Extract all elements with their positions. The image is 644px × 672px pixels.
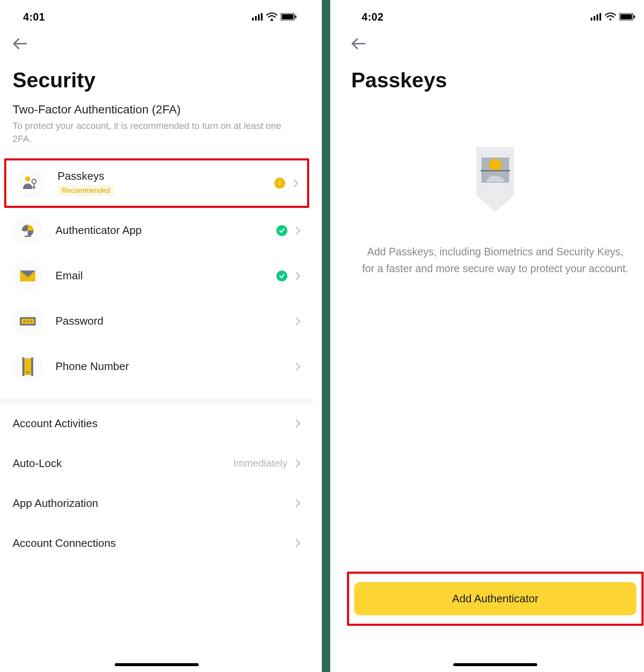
- item-label: Password: [55, 315, 295, 328]
- screens-separator: [322, 0, 330, 672]
- svg-rect-21: [31, 357, 33, 376]
- svg-rect-1: [255, 16, 257, 21]
- home-indicator[interactable]: [115, 663, 199, 666]
- phone-number-item[interactable]: Phone Number: [0, 344, 313, 389]
- item-label: App Authorization: [13, 497, 98, 510]
- home-indicator[interactable]: [453, 663, 537, 666]
- svg-point-27: [610, 18, 611, 20]
- security-screen: 4:01 Security Two-Factor Authentication …: [0, 0, 313, 672]
- status-bar: 4:02: [339, 0, 644, 29]
- svg-rect-20: [22, 357, 24, 376]
- passkeys-screen: 4:02 Passkeys Add Passkeys, including: [339, 0, 644, 672]
- chevron-right-icon: [293, 178, 299, 188]
- item-label: Auto-Lock: [13, 457, 62, 470]
- status-time: 4:01: [23, 11, 45, 23]
- chevron-right-icon: [295, 499, 301, 508]
- svg-rect-2: [258, 14, 260, 21]
- cellular-icon: [591, 13, 602, 21]
- email-item[interactable]: Email: [0, 253, 313, 299]
- empty-state: Add Passkeys, including Biometrics and S…: [339, 103, 644, 277]
- phone-icon: [13, 352, 43, 382]
- svg-rect-11: [279, 184, 280, 185]
- checkmark-icon: [276, 225, 287, 236]
- svg-point-16: [24, 320, 25, 322]
- back-button[interactable]: [339, 29, 644, 53]
- chevron-right-icon: [295, 538, 301, 548]
- svg-rect-12: [24, 236, 31, 237]
- item-value: Immediately: [233, 457, 287, 469]
- status-time: 4:02: [362, 11, 384, 23]
- chevron-right-icon: [295, 271, 301, 281]
- svg-rect-26: [599, 13, 601, 21]
- passkeys-icon: [15, 168, 45, 198]
- item-label: Phone Number: [55, 360, 295, 373]
- svg-point-8: [25, 176, 30, 181]
- empty-illustration: [464, 145, 527, 218]
- item-label: Authenticator App: [55, 224, 276, 237]
- warning-icon: [274, 178, 285, 189]
- svg-point-9: [32, 179, 36, 184]
- arrow-left-icon: [351, 38, 365, 50]
- page-title: Passkeys: [339, 53, 644, 103]
- svg-point-36: [481, 189, 483, 190]
- svg-rect-30: [634, 16, 635, 18]
- item-label: Email: [55, 269, 276, 282]
- svg-rect-33: [481, 170, 510, 171]
- passkeys-item[interactable]: Passkeys Recommended: [4, 158, 309, 208]
- tfa-heading: Two-Factor Authentication (2FA): [0, 103, 313, 120]
- svg-rect-7: [295, 16, 297, 18]
- svg-rect-23: [591, 18, 592, 21]
- battery-icon: [281, 13, 297, 21]
- item-label: Passkeys: [58, 170, 274, 183]
- back-button[interactable]: [0, 29, 313, 53]
- svg-point-4: [271, 18, 273, 20]
- svg-rect-24: [594, 16, 595, 21]
- cellular-icon: [252, 13, 263, 21]
- svg-point-37: [508, 189, 510, 190]
- svg-rect-10: [279, 181, 280, 184]
- wifi-icon: [605, 13, 616, 21]
- tfa-subheading: To protect your account, it is recommend…: [0, 120, 313, 158]
- svg-rect-25: [597, 14, 598, 21]
- status-icons: [591, 13, 635, 21]
- authenticator-app-item[interactable]: Authenticator App: [0, 208, 313, 253]
- svg-point-32: [489, 159, 502, 171]
- svg-point-17: [27, 320, 29, 322]
- auto-lock-item[interactable]: Auto-Lock Immediately: [0, 444, 313, 483]
- svg-point-34: [481, 154, 483, 156]
- empty-text: Add Passkeys, including Biometrics and S…: [361, 243, 630, 277]
- status-icons: [252, 13, 297, 21]
- email-icon: [13, 261, 43, 291]
- svg-rect-3: [261, 13, 263, 21]
- password-item[interactable]: Password: [0, 299, 313, 344]
- svg-rect-29: [620, 14, 632, 20]
- chevron-right-icon: [295, 459, 301, 468]
- add-authenticator-button[interactable]: Add Authenticator: [354, 582, 636, 615]
- status-bar: 4:01: [0, 0, 313, 29]
- arrow-left-icon: [13, 38, 27, 50]
- item-label: Account Connections: [13, 537, 116, 550]
- wifi-icon: [266, 13, 277, 21]
- chevron-right-icon: [295, 317, 301, 326]
- account-activities-item[interactable]: Account Activities: [0, 404, 313, 444]
- battery-icon: [619, 13, 635, 21]
- password-icon: [13, 306, 43, 336]
- svg-point-18: [30, 320, 32, 322]
- section-divider: [0, 398, 313, 404]
- checkmark-icon: [276, 270, 287, 281]
- svg-rect-6: [282, 14, 294, 20]
- item-label: Account Activities: [13, 417, 97, 430]
- account-connections-item[interactable]: Account Connections: [0, 523, 313, 563]
- recommended-badge: Recommended: [58, 185, 114, 196]
- svg-rect-0: [252, 18, 254, 21]
- chevron-right-icon: [295, 362, 301, 371]
- svg-point-35: [508, 154, 510, 156]
- authenticator-icon: [13, 215, 43, 246]
- cta-highlight: Add Authenticator: [347, 572, 644, 626]
- chevron-right-icon: [295, 419, 301, 428]
- page-title: Security: [0, 53, 313, 103]
- chevron-right-icon: [295, 226, 301, 235]
- svg-rect-22: [26, 372, 29, 373]
- app-authorization-item[interactable]: App Authorization: [0, 483, 313, 523]
